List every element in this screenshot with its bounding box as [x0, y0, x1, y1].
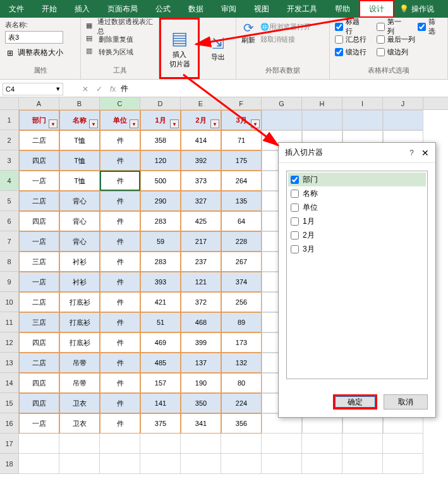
tab-file[interactable]: 文件: [0, 0, 33, 18]
table-cell[interactable]: 173: [221, 332, 262, 353]
empty-cell[interactable]: [383, 454, 423, 474]
table-cell[interactable]: 375: [140, 413, 181, 434]
col-header[interactable]: A: [19, 97, 59, 109]
table-cell[interactable]: 469: [140, 332, 181, 353]
table-cell[interactable]: 件: [100, 332, 140, 353]
tab-dev[interactable]: 开发工具: [278, 0, 326, 18]
table-cell[interactable]: 373: [181, 171, 221, 191]
table-cell[interactable]: 二店: [19, 353, 59, 373]
slicer-field-item[interactable]: 2月: [288, 228, 426, 242]
table-cell[interactable]: 件: [100, 272, 140, 292]
table-cell[interactable]: 四店: [19, 393, 59, 413]
table-cell[interactable]: 三店: [19, 252, 59, 272]
table-cell[interactable]: 四店: [19, 332, 59, 353]
insert-slicer-button[interactable]: ▤ 插入切片器: [159, 18, 200, 79]
row-header[interactable]: 16: [0, 413, 19, 434]
filter-dropdown-icon[interactable]: ▾: [251, 119, 260, 128]
table-cell[interactable]: 一店: [19, 413, 59, 434]
table-cell[interactable]: 358: [140, 130, 181, 150]
table-cell[interactable]: 228: [221, 231, 262, 252]
empty-cell[interactable]: [342, 454, 383, 474]
table-cell[interactable]: 背心: [59, 231, 100, 252]
table-cell[interactable]: 二店: [19, 292, 59, 312]
slicer-field-item[interactable]: 3月: [288, 242, 426, 256]
dialog-titlebar[interactable]: 插入切片器 ? ✕: [279, 143, 435, 163]
col-header[interactable]: B: [59, 97, 100, 109]
col-header[interactable]: C: [100, 97, 140, 109]
table-cell[interactable]: 四店: [19, 211, 59, 231]
cancel-button[interactable]: 取消: [384, 394, 428, 410]
dedup-button[interactable]: ▤ 删除重复值: [86, 33, 154, 46]
empty-cell[interactable]: [262, 110, 302, 130]
table-cell[interactable]: 217: [181, 231, 221, 252]
ok-button[interactable]: 确定: [333, 394, 377, 410]
table-cell[interactable]: 一店: [19, 231, 59, 252]
empty-cell[interactable]: [302, 434, 342, 454]
row-header[interactable]: 13: [0, 353, 19, 373]
pivot-button[interactable]: ▦ 通过数据透视表汇总: [86, 20, 154, 33]
refresh-label[interactable]: 刷新: [241, 35, 255, 45]
close-icon[interactable]: ✕: [421, 148, 429, 158]
empty-cell[interactable]: [181, 454, 221, 474]
table-cell[interactable]: 137: [181, 353, 221, 373]
table-cell[interactable]: 件: [100, 312, 140, 332]
table-cell[interactable]: T恤: [59, 150, 100, 171]
row-header[interactable]: 15: [0, 393, 19, 413]
chk-band-col[interactable]: 镶边列: [377, 47, 408, 57]
empty-cell[interactable]: [181, 434, 221, 454]
accept-formula-icon[interactable]: ✓: [96, 85, 102, 94]
table-cell[interactable]: 三店: [19, 312, 59, 332]
table-cell[interactable]: 64: [221, 211, 262, 231]
table-cell[interactable]: 425: [181, 211, 221, 231]
row-header[interactable]: 4: [0, 171, 19, 191]
filter-dropdown-icon[interactable]: ▾: [49, 119, 58, 128]
tab-design[interactable]: 设计: [359, 0, 394, 18]
table-cell[interactable]: 237: [181, 252, 221, 272]
row-header[interactable]: 1: [0, 110, 19, 130]
fx-icon[interactable]: fx: [110, 85, 116, 94]
table-cell[interactable]: 二店: [19, 191, 59, 211]
empty-cell[interactable]: [383, 434, 423, 454]
table-cell[interactable]: 件: [100, 393, 140, 413]
col-header[interactable]: D: [140, 97, 181, 109]
table-cell[interactable]: 件: [100, 353, 140, 373]
select-all-corner[interactable]: [0, 97, 19, 109]
convert-range-button[interactable]: ▥ 转换为区域: [86, 46, 154, 58]
export-button[interactable]: ⇲ 导出: [200, 18, 236, 79]
empty-cell[interactable]: [221, 434, 262, 454]
table-cell[interactable]: 二店: [19, 130, 59, 150]
row-header[interactable]: 12: [0, 332, 19, 353]
row-header[interactable]: 2: [0, 130, 19, 150]
empty-cell[interactable]: [100, 454, 140, 474]
empty-cell[interactable]: [302, 110, 342, 130]
table-cell[interactable]: 71: [221, 130, 262, 150]
empty-cell[interactable]: [59, 434, 100, 454]
table-cell[interactable]: 141: [140, 393, 181, 413]
table-cell[interactable]: 一店: [19, 272, 59, 292]
table-cell[interactable]: 224: [221, 393, 262, 413]
table-cell[interactable]: 135: [221, 191, 262, 211]
slicer-field-item[interactable]: 单位: [288, 200, 426, 214]
table-cell[interactable]: 一店: [19, 171, 59, 191]
table-header-cell[interactable]: 3月▾: [221, 110, 262, 130]
table-cell[interactable]: 290: [140, 191, 181, 211]
table-cell[interactable]: 件: [100, 150, 140, 171]
row-header[interactable]: 11: [0, 312, 19, 332]
table-header-cell[interactable]: 部门▾: [19, 110, 59, 130]
table-cell[interactable]: 190: [181, 373, 221, 393]
table-cell[interactable]: 件: [100, 191, 140, 211]
table-cell[interactable]: 256: [221, 292, 262, 312]
row-header[interactable]: 18: [0, 454, 19, 474]
empty-cell[interactable]: [19, 454, 59, 474]
table-cell[interactable]: 393: [140, 272, 181, 292]
row-header[interactable]: 5: [0, 191, 19, 211]
table-header-cell[interactable]: 名称▾: [59, 110, 100, 130]
empty-cell[interactable]: [100, 434, 140, 454]
name-box[interactable]: C4 ▾: [3, 83, 63, 95]
row-header[interactable]: 7: [0, 231, 19, 252]
empty-cell[interactable]: [342, 434, 383, 454]
help-icon[interactable]: ?: [409, 149, 414, 157]
table-cell[interactable]: 392: [181, 150, 221, 171]
table-cell[interactable]: 四店: [19, 373, 59, 393]
table-cell[interactable]: 件: [100, 130, 140, 150]
